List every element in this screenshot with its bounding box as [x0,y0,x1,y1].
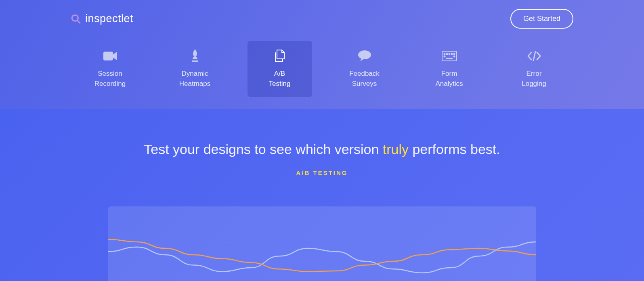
code-icon [527,49,542,63]
tab-form-analytics[interactable]: FormAnalytics [417,41,482,97]
svg-point-10 [453,54,455,55]
keyboard-icon [442,49,457,63]
flame-icon [190,49,200,63]
tab-session-recording[interactable]: SessionRecording [78,41,143,97]
tab-feedback-surveys[interactable]: FeedbackSurveys [332,41,397,97]
camera-icon [103,49,117,63]
svg-point-6 [444,54,445,55]
header: inspectlet Get Started [0,0,644,33]
headline-pre: Test your designs to see which version [144,142,383,157]
svg-rect-3 [192,60,198,62]
documents-icon [273,49,287,63]
tab-label: A/BTesting [269,69,291,89]
svg-line-1 [78,20,80,23]
logo[interactable]: inspectlet [71,12,133,25]
svg-point-12 [453,56,455,57]
tab-error-logging[interactable]: ErrorLogging [502,41,566,97]
svg-point-8 [449,54,450,55]
brand-name: inspectlet [85,12,133,25]
hero-section: Test your designs to see which version t… [0,109,644,281]
speech-bubble-icon [358,49,371,63]
tab-label: FeedbackSurveys [349,69,380,89]
svg-point-9 [451,54,452,55]
svg-line-14 [533,52,535,60]
hero-headline: Test your designs to see which version t… [71,142,573,157]
ab-chart [108,206,536,281]
svg-rect-2 [103,52,113,60]
hero-subtitle: A/B TESTING [71,169,573,176]
tab-label: FormAnalytics [435,69,463,89]
tab-ab-testing[interactable]: A/BTesting [248,41,312,97]
tab-label: SessionRecording [94,69,126,89]
get-started-button[interactable]: Get Started [510,9,573,29]
chart-lines [108,223,536,281]
svg-point-7 [446,54,447,55]
headline-post: performs best. [409,142,500,157]
tab-label: ErrorLogging [522,69,546,89]
headline-highlight: truly [383,142,409,157]
tab-dynamic-heatmaps[interactable]: DynamicHeatmaps [163,41,227,97]
search-icon [71,14,81,24]
feature-tabs: SessionRecording DynamicHeatmaps A/BTest… [0,33,644,97]
tab-label: DynamicHeatmaps [179,69,210,89]
svg-point-4 [358,50,371,59]
svg-point-11 [444,56,445,57]
